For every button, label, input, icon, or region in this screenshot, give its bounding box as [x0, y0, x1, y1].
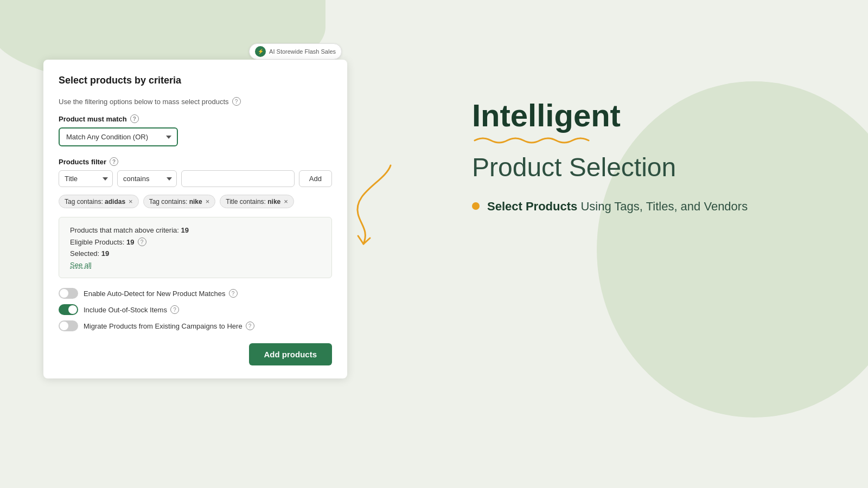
- product-match-help-icon[interactable]: ?: [130, 114, 139, 123]
- filter-tags-row: Tag contains: adidas × Tag contains: nik…: [59, 195, 332, 208]
- toggle-migrate-row: Migrate Products from Existing Campaigns…: [59, 320, 332, 331]
- arrow-decoration: [336, 160, 401, 247]
- filter-condition-select[interactable]: contains equals starts with ends with: [117, 170, 177, 187]
- modal-title: Select products by criteria: [59, 75, 332, 86]
- marketing-title-line2: Product Selection: [472, 152, 825, 182]
- see-all-link[interactable]: See all: [70, 261, 321, 269]
- hint-text: Use the filtering options below to mass …: [59, 97, 332, 106]
- filter-row: Title Tag Vendor Type contains equals st…: [59, 170, 332, 187]
- results-box: Products that match above criteria: 19 E…: [59, 217, 332, 278]
- toggle-migrate[interactable]: [59, 320, 78, 331]
- out-of-stock-help-icon[interactable]: ?: [170, 305, 179, 314]
- migrate-help-icon[interactable]: ?: [246, 322, 254, 330]
- toggles-section: Enable Auto-Detect for New Product Match…: [59, 288, 332, 331]
- tag-nike-title-remove[interactable]: ×: [284, 197, 288, 206]
- toggle-out-of-stock-row: Include Out-of-Stock Items ?: [59, 304, 332, 315]
- match-condition-select[interactable]: Match Any Condition (OR) Match All Condi…: [59, 127, 178, 146]
- tag-nike-title: Title contains: nike ×: [220, 195, 294, 208]
- tag-adidas-remove[interactable]: ×: [129, 197, 133, 206]
- criteria-count-line: Products that match above criteria: 19: [70, 226, 321, 234]
- add-products-button[interactable]: Add products: [249, 343, 333, 365]
- app-badge: ⚡ AI Storewide Flash Sales: [249, 43, 342, 60]
- left-panel: ⚡ AI Storewide Flash Sales Select produc…: [43, 60, 347, 378]
- app-badge-icon: ⚡: [255, 46, 266, 57]
- toggle-auto-detect-row: Enable Auto-Detect for New Product Match…: [59, 288, 332, 299]
- add-filter-button[interactable]: Add: [299, 170, 332, 187]
- toggle-out-of-stock[interactable]: [59, 304, 78, 315]
- toggle-auto-detect[interactable]: [59, 288, 78, 299]
- eligible-help-icon[interactable]: ?: [138, 237, 146, 246]
- bullet-text: Select Products Using Tags, Titles, and …: [487, 198, 748, 215]
- selected-count-line: Selected: 19: [70, 249, 321, 258]
- bullet-dot-icon: [472, 202, 480, 210]
- filter-field-select[interactable]: Title Tag Vendor Type: [59, 170, 113, 187]
- hint-help-icon[interactable]: ?: [232, 97, 241, 106]
- squiggle-decoration: [472, 135, 591, 145]
- right-panel: Intelligent Product Selection Select Pro…: [472, 98, 825, 215]
- auto-detect-help-icon[interactable]: ?: [229, 289, 238, 298]
- marketing-title-line1: Intelligent: [472, 98, 825, 134]
- tag-nike-tag-remove[interactable]: ×: [206, 197, 210, 206]
- filter-value-input[interactable]: [181, 170, 295, 187]
- tag-adidas: Tag contains: adidas ×: [59, 195, 139, 208]
- filter-help-icon[interactable]: ?: [110, 157, 118, 166]
- product-must-match-label: Product must match ?: [59, 114, 332, 123]
- app-badge-text: AI Storewide Flash Sales: [269, 48, 336, 55]
- bullet-point: Select Products Using Tags, Titles, and …: [472, 198, 825, 215]
- tag-nike-tag: Tag contains: nike ×: [143, 195, 216, 208]
- eligible-count-line: Eligible Products: 19 ?: [70, 237, 321, 246]
- modal-card: Select products by criteria Use the filt…: [43, 60, 347, 378]
- products-filter-label: Products filter ?: [59, 157, 332, 166]
